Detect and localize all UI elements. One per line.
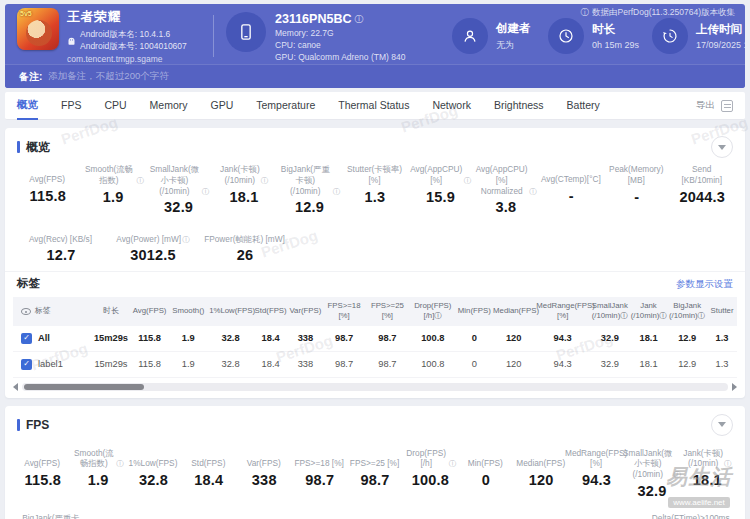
remark-placeholder: 添加备注，不超过200个字符 (48, 70, 168, 83)
creator-value: 无为 (496, 39, 531, 52)
metric-send: Send [KB/10min]2044.3 (670, 164, 735, 215)
app-icon: 5v5 (17, 8, 59, 50)
metric-smooth: Smooth(流畅指数)ⓘ1.9 (80, 164, 145, 215)
section-accent-bar (17, 419, 20, 431)
overview-metrics-row2: Avg(Recv) [KB/s]12.7 Avg(Power) [mW]ⓘ301… (5, 223, 745, 271)
upload-time-block: 上传时间 17/09/2025 17:33:11 (652, 18, 745, 54)
overview-card: 概览 Avg(FPS)115.8 Smooth(流畅指数)ⓘ1.9 SmallJ… (5, 128, 745, 398)
tab-overview[interactable]: 概览 (17, 92, 38, 120)
info-icon[interactable]: ⓘ (202, 187, 210, 197)
export-button[interactable]: 导出 (696, 99, 733, 112)
tab-network[interactable]: Network (432, 92, 471, 120)
metric-delta-ftime: Delta(FTime)>100ms [/h]ⓘ112.3 (655, 513, 735, 519)
fps-metrics-row2: BigJank(严重卡顿) (/10min)ⓘ12.9 Stutter(卡顿率)… (5, 507, 745, 519)
tab-thermal-status[interactable]: Thermal Status (338, 92, 409, 120)
app-info-block: 5v5 王者荣耀 Android版本名: 10.4.1.6 Android版本号… (17, 8, 209, 64)
tab-temperature[interactable]: Temperature (256, 92, 315, 120)
tab-fps[interactable]: FPS (61, 92, 81, 120)
metric-jank: Jank(卡顿) (/10min)ⓘ18.1 (211, 164, 276, 215)
tab-cpu[interactable]: CPU (104, 92, 126, 120)
scroll-right-icon[interactable] (732, 383, 737, 391)
upload-label: 上传时间 (696, 22, 745, 37)
info-icon[interactable]: ⓘ (182, 235, 190, 245)
collapse-fps-button[interactable] (711, 414, 733, 436)
tags-section-title: 标签 (17, 276, 40, 291)
scrollbar-track[interactable] (22, 383, 728, 391)
row-checkbox[interactable] (21, 333, 32, 344)
metric-jank: Jank(卡顿) (/10min)ⓘ18.1 (680, 448, 735, 499)
display-settings-link[interactable]: 参数显示设置 (676, 278, 733, 291)
tab-battery[interactable]: Battery (567, 92, 600, 120)
metric-peak-memory: Peak(Memory) [MB]- (604, 164, 669, 215)
device-info-block: 23116PN5BC ⓘ Memory: 22.7G CPU: canoe GP… (226, 10, 452, 62)
metric-avg-interframe: Avg(InterFrame)0 (175, 513, 255, 519)
collapse-overview-button[interactable] (711, 136, 733, 158)
metric-var-ftime: Var(FTime)222 (495, 513, 575, 519)
clock-icon (548, 18, 584, 54)
info-icon[interactable]: ⓘ (333, 187, 341, 197)
metric-avg-fps-interframe: Avg(FPS+InterFrame)115.8 (255, 513, 335, 519)
metric-smalljank: SmallJank(微小卡顿) (/10min)ⓘ32.9 (146, 164, 211, 215)
device-gpu: GPU: Qualcomm Adreno (TM) 840 (275, 52, 405, 62)
metric-1pct-low-fps: 1%Low(FPS)32.8 (126, 448, 181, 499)
duration-label: 时长 (592, 22, 639, 37)
tab-brightness[interactable]: Brightness (494, 92, 544, 120)
horizontal-scrollbar[interactable] (5, 378, 745, 394)
perfdog-report-page: 5v5 王者荣耀 Android版本名: 10.4.1.6 Android版本号… (0, 0, 750, 519)
metric-smalljank: SmallJank(微小卡顿) (/10min)ⓘ32.9 (624, 448, 679, 499)
report-icon[interactable] (721, 100, 733, 112)
collector-note: ⓘ 数据由PerfDog(11.3.250764)版本收集 (581, 7, 735, 19)
scroll-left-icon[interactable] (13, 383, 18, 391)
metric-min-fps: Min(FPS)0 (458, 448, 513, 499)
metric-avg-fps: Avg(FPS)115.8 (15, 164, 80, 215)
metric-drop-fps: Drop(FPS) [/h]ⓘ100.8 (403, 448, 458, 499)
metric-tabbar: 概览 FPS CPU Memory GPU Temperature Therma… (5, 92, 745, 120)
metric-avg-ftime: Avg(FTime) [ms]8.6 (335, 513, 415, 519)
metric-avg-appcpu-normalized: Avg(AppCPU) [%] Normalizedⓘ3.8 (473, 164, 538, 215)
table-header-row: 标签 时长 Avg(FPS) Smooth() 1%Low(FPS) Std(F… (13, 297, 737, 325)
fps-card: FPS Avg(FPS)115.8 Smooth(流畅指数)ⓘ1.9 1%Low… (5, 406, 745, 519)
upload-value: 17/09/2025 17:33:11 (696, 40, 745, 50)
table-row[interactable]: All 15m29s115.81.932.818.433898.798.7100… (13, 326, 737, 352)
tags-table: 标签 时长 Avg(FPS) Smooth() 1%Low(FPS) Std(F… (13, 297, 737, 377)
remark-input[interactable]: 备注: 添加备注，不超过200个字符 (5, 64, 745, 88)
metric-avg-appcpu: Avg(AppCPU) [%]ⓘ15.9 (408, 164, 473, 215)
creator-label: 创建者 (496, 21, 531, 36)
report-header: 5v5 王者荣耀 Android版本名: 10.4.1.6 Android版本号… (5, 4, 745, 88)
duration-block: 时长 0h 15m 29s (548, 18, 652, 54)
section-accent-bar (17, 141, 20, 153)
info-icon: ⓘ (581, 7, 590, 19)
scrollbar-thumb[interactable] (24, 384, 144, 390)
info-icon[interactable]: ⓘ (116, 459, 124, 469)
app-icon-badge: 5v5 (20, 10, 32, 17)
tab-gpu[interactable]: GPU (211, 92, 234, 120)
eye-icon[interactable] (21, 308, 31, 315)
metric-medrange-fps: MedRange(FPS)[%]94.3 (569, 448, 624, 499)
tab-memory[interactable]: Memory (150, 92, 188, 120)
info-icon[interactable]: ⓘ (354, 13, 363, 26)
android-version-code: Android版本号: 1004010607 (80, 41, 187, 52)
metric-std-fps: Std(FPS)18.4 (181, 448, 236, 499)
info-icon[interactable]: ⓘ (449, 459, 457, 469)
metric-avg-ctemp: Avg(CTemp)[°C]- (539, 164, 604, 215)
remark-label: 备注: (19, 70, 42, 84)
metric-std-ftime: Std(FTime)14.9 (415, 513, 495, 519)
metric-bigjank: BigJank(严重卡顿) (/10min)ⓘ12.9 (15, 513, 95, 519)
metric-avg-recv: Avg(Recv) [KB/s]12.7 (15, 223, 107, 263)
person-icon (452, 18, 488, 54)
info-icon[interactable]: ⓘ (136, 176, 144, 186)
info-icon[interactable]: ⓘ (464, 176, 472, 186)
info-icon[interactable]: ⓘ (261, 176, 269, 186)
duration-value: 0h 15m 29s (592, 40, 639, 50)
metric-fps-ge-18: FPS>=18 [%]98.7 (292, 448, 347, 499)
metric-avg-fps: Avg(FPS)115.8 (15, 448, 70, 499)
row-checkbox[interactable] (21, 359, 32, 370)
table-row[interactable]: label1 15m29s115.81.932.818.433898.798.7… (13, 351, 737, 377)
header-divider (213, 15, 214, 57)
fps-section-title: FPS (17, 418, 49, 432)
chevron-down-icon (718, 145, 726, 150)
info-icon[interactable]: ⓘ (529, 187, 537, 197)
metric-fps-ge-25: FPS>=25 [%]98.7 (347, 448, 402, 499)
phone-icon (226, 12, 266, 52)
info-icon[interactable]: ⓘ (724, 459, 732, 469)
